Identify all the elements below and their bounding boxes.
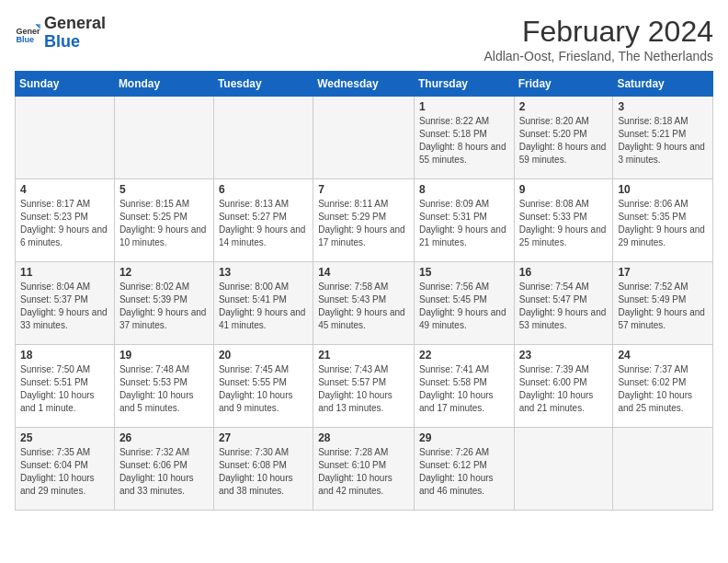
day-number: 25 bbox=[20, 431, 109, 444]
day-number: 7 bbox=[318, 183, 409, 196]
calendar-cell: 10Sunrise: 8:06 AM Sunset: 5:35 PM Dayli… bbox=[613, 179, 713, 262]
day-info: Sunrise: 8:04 AM Sunset: 5:37 PM Dayligh… bbox=[20, 281, 109, 332]
week-row-1: 1Sunrise: 8:22 AM Sunset: 5:18 PM Daylig… bbox=[16, 97, 713, 179]
day-info: Sunrise: 7:35 AM Sunset: 6:04 PM Dayligh… bbox=[20, 446, 109, 498]
day-info: Sunrise: 7:26 AM Sunset: 6:12 PM Dayligh… bbox=[419, 446, 509, 498]
calendar-cell: 14Sunrise: 7:58 AM Sunset: 5:43 PM Dayli… bbox=[313, 262, 415, 345]
day-info: Sunrise: 8:06 AM Sunset: 5:35 PM Dayligh… bbox=[618, 198, 708, 249]
day-info: Sunrise: 8:22 AM Sunset: 5:18 PM Dayligh… bbox=[419, 115, 509, 167]
calendar-cell: 5Sunrise: 8:15 AM Sunset: 5:25 PM Daylig… bbox=[114, 179, 213, 262]
day-info: Sunrise: 7:43 AM Sunset: 5:57 PM Dayligh… bbox=[318, 363, 409, 415]
day-info: Sunrise: 8:18 AM Sunset: 5:21 PM Dayligh… bbox=[618, 115, 708, 167]
day-info: Sunrise: 7:37 AM Sunset: 6:02 PM Dayligh… bbox=[618, 363, 708, 415]
calendar-cell bbox=[613, 428, 713, 511]
calendar-cell bbox=[16, 97, 115, 179]
day-number: 16 bbox=[519, 266, 609, 279]
day-number: 2 bbox=[519, 100, 609, 113]
day-number: 18 bbox=[20, 349, 109, 362]
calendar-cell bbox=[313, 97, 415, 179]
day-number: 1 bbox=[419, 100, 509, 113]
logo-text-blue: Blue bbox=[44, 33, 106, 52]
calendar-table: SundayMondayTuesdayWednesdayThursdayFrid… bbox=[15, 71, 713, 511]
day-number: 21 bbox=[318, 349, 409, 362]
weekday-header-wednesday: Wednesday bbox=[313, 72, 415, 97]
day-info: Sunrise: 8:13 AM Sunset: 5:27 PM Dayligh… bbox=[219, 198, 308, 249]
day-number: 20 bbox=[219, 349, 308, 362]
day-number: 12 bbox=[119, 266, 209, 279]
calendar-cell: 28Sunrise: 7:28 AM Sunset: 6:10 PM Dayli… bbox=[313, 428, 415, 511]
calendar-cell: 18Sunrise: 7:50 AM Sunset: 5:51 PM Dayli… bbox=[16, 345, 115, 428]
weekday-header-row: SundayMondayTuesdayWednesdayThursdayFrid… bbox=[16, 72, 713, 97]
day-number: 6 bbox=[219, 183, 308, 196]
day-info: Sunrise: 7:28 AM Sunset: 6:10 PM Dayligh… bbox=[318, 446, 409, 498]
day-info: Sunrise: 7:41 AM Sunset: 5:58 PM Dayligh… bbox=[419, 363, 509, 415]
day-info: Sunrise: 7:39 AM Sunset: 6:00 PM Dayligh… bbox=[519, 363, 609, 415]
day-info: Sunrise: 7:45 AM Sunset: 5:55 PM Dayligh… bbox=[219, 363, 308, 415]
calendar-cell: 7Sunrise: 8:11 AM Sunset: 5:29 PM Daylig… bbox=[313, 179, 415, 262]
calendar-cell: 26Sunrise: 7:32 AM Sunset: 6:06 PM Dayli… bbox=[114, 428, 213, 511]
day-number: 22 bbox=[419, 349, 509, 362]
day-info: Sunrise: 7:30 AM Sunset: 6:08 PM Dayligh… bbox=[219, 446, 308, 498]
weekday-header-tuesday: Tuesday bbox=[213, 72, 313, 97]
calendar-cell: 27Sunrise: 7:30 AM Sunset: 6:08 PM Dayli… bbox=[213, 428, 313, 511]
day-number: 23 bbox=[519, 349, 609, 362]
day-number: 19 bbox=[119, 349, 209, 362]
weekday-header-thursday: Thursday bbox=[414, 72, 514, 97]
week-row-4: 18Sunrise: 7:50 AM Sunset: 5:51 PM Dayli… bbox=[16, 345, 713, 428]
logo-text-general: General bbox=[44, 15, 106, 33]
day-number: 24 bbox=[618, 349, 708, 362]
day-number: 11 bbox=[20, 266, 109, 279]
calendar-cell: 6Sunrise: 8:13 AM Sunset: 5:27 PM Daylig… bbox=[213, 179, 313, 262]
day-info: Sunrise: 7:58 AM Sunset: 5:43 PM Dayligh… bbox=[318, 281, 409, 332]
day-number: 13 bbox=[219, 266, 308, 279]
svg-text:Blue: Blue bbox=[16, 35, 34, 44]
calendar-cell: 11Sunrise: 8:04 AM Sunset: 5:37 PM Dayli… bbox=[16, 262, 115, 345]
day-number: 10 bbox=[618, 183, 708, 196]
day-number: 8 bbox=[419, 183, 509, 196]
day-number: 5 bbox=[119, 183, 209, 196]
location: Aldlan-Oost, Friesland, The Netherlands bbox=[483, 49, 713, 63]
calendar-cell bbox=[114, 97, 213, 179]
day-number: 3 bbox=[618, 100, 708, 113]
day-info: Sunrise: 8:11 AM Sunset: 5:29 PM Dayligh… bbox=[318, 198, 409, 249]
day-number: 15 bbox=[419, 266, 509, 279]
logo-icon: General Blue bbox=[15, 20, 40, 46]
calendar-cell: 21Sunrise: 7:43 AM Sunset: 5:57 PM Dayli… bbox=[313, 345, 415, 428]
calendar-cell: 16Sunrise: 7:54 AM Sunset: 5:47 PM Dayli… bbox=[514, 262, 613, 345]
calendar-cell: 4Sunrise: 8:17 AM Sunset: 5:23 PM Daylig… bbox=[16, 179, 115, 262]
day-info: Sunrise: 8:17 AM Sunset: 5:23 PM Dayligh… bbox=[20, 198, 109, 249]
day-info: Sunrise: 8:15 AM Sunset: 5:25 PM Dayligh… bbox=[119, 198, 209, 249]
calendar-cell: 12Sunrise: 8:02 AM Sunset: 5:39 PM Dayli… bbox=[114, 262, 213, 345]
calendar-cell: 8Sunrise: 8:09 AM Sunset: 5:31 PM Daylig… bbox=[414, 179, 514, 262]
day-info: Sunrise: 8:09 AM Sunset: 5:31 PM Dayligh… bbox=[419, 198, 509, 249]
logo: General Blue General Blue bbox=[15, 15, 106, 52]
title-area: February 2024 Aldlan-Oost, Friesland, Th… bbox=[483, 15, 713, 63]
weekday-header-sunday: Sunday bbox=[16, 72, 115, 97]
day-number: 27 bbox=[219, 431, 308, 444]
day-info: Sunrise: 7:48 AM Sunset: 5:53 PM Dayligh… bbox=[119, 363, 209, 415]
calendar-cell bbox=[514, 428, 613, 511]
day-info: Sunrise: 7:56 AM Sunset: 5:45 PM Dayligh… bbox=[419, 281, 509, 332]
day-info: Sunrise: 8:20 AM Sunset: 5:20 PM Dayligh… bbox=[519, 115, 609, 167]
day-number: 9 bbox=[519, 183, 609, 196]
calendar-cell: 13Sunrise: 8:00 AM Sunset: 5:41 PM Dayli… bbox=[213, 262, 313, 345]
week-row-2: 4Sunrise: 8:17 AM Sunset: 5:23 PM Daylig… bbox=[16, 179, 713, 262]
day-info: Sunrise: 7:52 AM Sunset: 5:49 PM Dayligh… bbox=[618, 281, 708, 332]
calendar-cell: 1Sunrise: 8:22 AM Sunset: 5:18 PM Daylig… bbox=[414, 97, 514, 179]
calendar-cell bbox=[213, 97, 313, 179]
calendar-cell: 19Sunrise: 7:48 AM Sunset: 5:53 PM Dayli… bbox=[114, 345, 213, 428]
day-number: 4 bbox=[20, 183, 109, 196]
calendar-cell: 25Sunrise: 7:35 AM Sunset: 6:04 PM Dayli… bbox=[16, 428, 115, 511]
calendar-cell: 2Sunrise: 8:20 AM Sunset: 5:20 PM Daylig… bbox=[514, 97, 613, 179]
day-info: Sunrise: 8:02 AM Sunset: 5:39 PM Dayligh… bbox=[119, 281, 209, 332]
calendar-cell: 9Sunrise: 8:08 AM Sunset: 5:33 PM Daylig… bbox=[514, 179, 613, 262]
month-year: February 2024 bbox=[483, 15, 713, 49]
calendar-cell: 23Sunrise: 7:39 AM Sunset: 6:00 PM Dayli… bbox=[514, 345, 613, 428]
day-info: Sunrise: 7:54 AM Sunset: 5:47 PM Dayligh… bbox=[519, 281, 609, 332]
weekday-header-friday: Friday bbox=[514, 72, 613, 97]
header-area: General Blue General Blue February 2024 … bbox=[15, 15, 713, 63]
calendar-cell: 3Sunrise: 8:18 AM Sunset: 5:21 PM Daylig… bbox=[613, 97, 713, 179]
day-number: 14 bbox=[318, 266, 409, 279]
weekday-header-saturday: Saturday bbox=[613, 72, 713, 97]
calendar-cell: 17Sunrise: 7:52 AM Sunset: 5:49 PM Dayli… bbox=[613, 262, 713, 345]
